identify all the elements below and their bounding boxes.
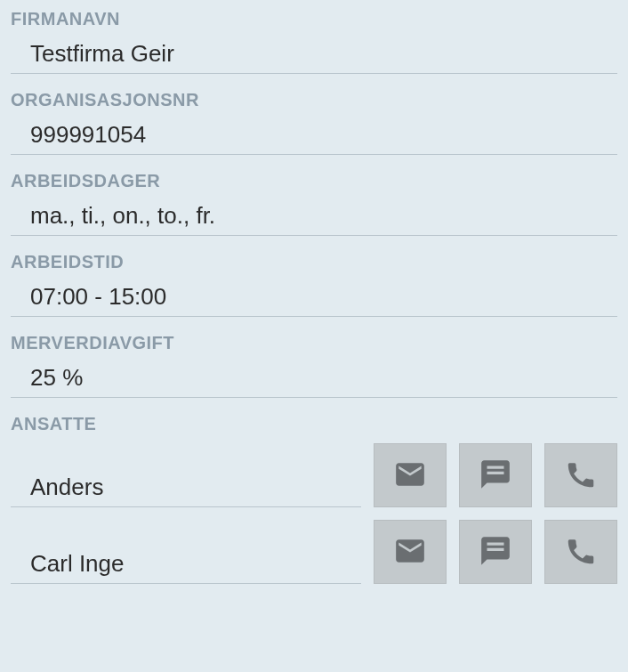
mail-icon (393, 534, 427, 571)
vat-input[interactable]: 25 % (11, 362, 617, 398)
workdays-input[interactable]: ma., ti., on., to., fr. (11, 200, 617, 236)
employee-row: Carl Inge (11, 520, 617, 584)
workdays-group: ARBEIDSDAGER ma., ti., on., to., fr. (11, 171, 617, 236)
chat-icon (479, 534, 512, 571)
org-number-input[interactable]: 999991054 (11, 119, 617, 155)
employees-label: ANSATTE (11, 414, 617, 434)
mail-icon (393, 457, 427, 494)
phone-icon (564, 457, 598, 494)
workdays-label: ARBEIDSDAGER (11, 171, 617, 191)
org-number-label: ORGANISASJONSNR (11, 90, 617, 110)
company-name-input[interactable]: Testfirma Geir (11, 38, 617, 74)
worktime-input[interactable]: 07:00 - 15:00 (11, 281, 617, 317)
org-number-group: ORGANISASJONSNR 999991054 (11, 90, 617, 155)
call-button[interactable] (544, 520, 617, 584)
sms-button[interactable] (459, 443, 532, 507)
employees-section: ANSATTE Anders Carl Inge (11, 414, 617, 584)
worktime-group: ARBEIDSTID 07:00 - 15:00 (11, 252, 617, 317)
phone-icon (564, 534, 598, 571)
employee-name-input[interactable]: Carl Inge (11, 534, 361, 584)
vat-group: MERVERDIAVGIFT 25 % (11, 333, 617, 398)
email-button[interactable] (374, 443, 447, 507)
company-name-group: FIRMANAVN Testfirma Geir (11, 9, 617, 74)
company-name-label: FIRMANAVN (11, 9, 617, 29)
employees-list: Anders Carl Inge (11, 443, 617, 584)
sms-button[interactable] (459, 520, 532, 584)
employee-name-input[interactable]: Anders (11, 457, 361, 507)
vat-label: MERVERDIAVGIFT (11, 333, 617, 353)
employee-row: Anders (11, 443, 617, 507)
email-button[interactable] (374, 520, 447, 584)
call-button[interactable] (544, 443, 617, 507)
worktime-label: ARBEIDSTID (11, 252, 617, 272)
chat-icon (479, 457, 512, 494)
